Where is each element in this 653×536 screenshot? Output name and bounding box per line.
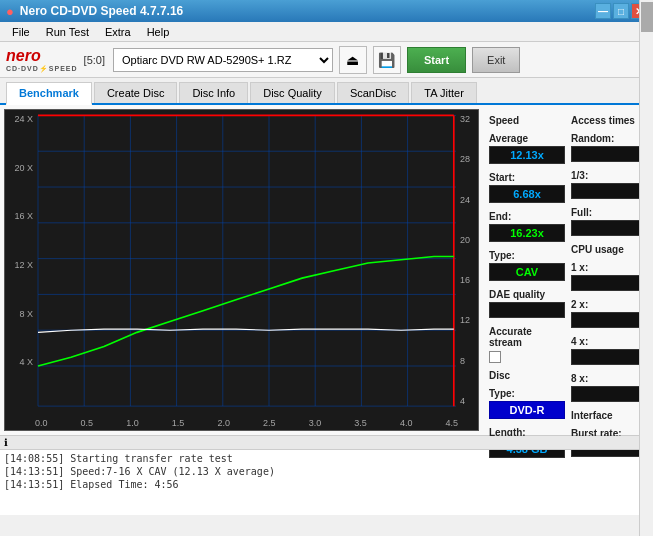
accurate-stream-label: Accurate stream: [489, 326, 565, 348]
nero-subtitle: CD·DVD⚡SPEED: [6, 65, 78, 73]
log-line-3: [14:13:51] Elapsed Time: 4:56: [4, 478, 649, 491]
log-scrollbar[interactable]: [639, 450, 653, 515]
log-area: ℹ ▲ [14:08:55] Starting transfer rate te…: [0, 435, 653, 515]
tab-disc-quality[interactable]: Disc Quality: [250, 82, 335, 103]
start-label: Start:: [489, 172, 565, 183]
title-bar: ● Nero CD-DVD Speed 4.7.7.16 — □ ✕: [0, 0, 653, 22]
x-label-1.5: 1.5: [172, 418, 185, 428]
type-value: CAV: [489, 263, 565, 281]
right-panel: Speed Average 12.13x Start: 6.68x End: 1…: [483, 105, 653, 435]
x-label-3.5: 3.5: [354, 418, 367, 428]
menu-run-test[interactable]: Run Test: [38, 24, 97, 40]
x-label-0.0: 0.0: [35, 418, 48, 428]
random-value-box: [571, 146, 647, 162]
cpu-2x-value-box: [571, 312, 647, 328]
x-label-2.0: 2.0: [217, 418, 230, 428]
disc-type-value: DVD-R: [489, 401, 565, 419]
start-button[interactable]: Start: [407, 47, 466, 73]
title-bar-text: Nero CD-DVD Speed 4.7.7.16: [20, 4, 183, 18]
save-icon[interactable]: 💾: [373, 46, 401, 74]
tab-create-disc[interactable]: Create Disc: [94, 82, 177, 103]
cpu-1x-value-box: [571, 275, 647, 291]
x-label-0.5: 0.5: [81, 418, 94, 428]
end-label: End:: [489, 211, 565, 222]
x-label-4.5: 4.5: [445, 418, 458, 428]
accurate-stream-checkbox-area: [489, 351, 565, 363]
log-header-icon: ℹ: [4, 437, 8, 448]
x-label-1.0: 1.0: [126, 418, 139, 428]
dae-quality-label: DAE quality: [489, 289, 565, 300]
drive-label: [5:0]: [84, 54, 105, 66]
cpu-1x-label: 1 x:: [571, 262, 647, 273]
tab-bar: Benchmark Create Disc Disc Info Disc Qua…: [0, 78, 653, 105]
cpu-4x-label: 4 x:: [571, 336, 647, 347]
cpu-usage-label: CPU usage: [571, 244, 647, 255]
eject-icon[interactable]: ⏏: [339, 46, 367, 74]
start-value: 6.68x: [489, 185, 565, 203]
main-content: 24 X 20 X 16 X 12 X 8 X 4 X 32 28 24 20 …: [0, 105, 653, 435]
interface-label: Interface: [571, 410, 647, 421]
cpu-8x-value-box: [571, 386, 647, 402]
one-third-label: 1/3:: [571, 170, 647, 181]
nero-logo: nero: [6, 47, 41, 65]
accurate-stream-checkbox[interactable]: [489, 351, 501, 363]
full-label: Full:: [571, 207, 647, 218]
average-label: Average: [489, 133, 565, 144]
menu-file[interactable]: File: [4, 24, 38, 40]
access-times-label: Access times: [571, 115, 647, 126]
log-header: ℹ ▲: [0, 436, 653, 450]
x-label-3.0: 3.0: [309, 418, 322, 428]
log-line-2: [14:13:51] Speed:7-16 X CAV (12.13 X ave…: [4, 465, 649, 478]
log-line-1: [14:08:55] Starting transfer rate test: [4, 452, 649, 465]
tab-ta-jitter[interactable]: TA Jitter: [411, 82, 477, 103]
chart-svg: [5, 110, 478, 430]
random-label: Random:: [571, 133, 647, 144]
full-value-box: [571, 220, 647, 236]
menu-bar: File Run Test Extra Help: [0, 22, 653, 42]
log-content: [14:08:55] Starting transfer rate test […: [0, 450, 653, 515]
tab-scandisc[interactable]: ScanDisc: [337, 82, 409, 103]
app-icon: ●: [6, 4, 14, 19]
speed-label: Speed: [489, 115, 565, 126]
cpu-2x-label: 2 x:: [571, 299, 647, 310]
disc-section-label: Disc: [489, 370, 565, 381]
average-value: 12.13x: [489, 146, 565, 164]
cpu-8x-label: 8 x:: [571, 373, 647, 384]
x-label-4.0: 4.0: [400, 418, 413, 428]
cpu-4x-value-box: [571, 349, 647, 365]
exit-button[interactable]: Exit: [472, 47, 520, 73]
chart-area: 24 X 20 X 16 X 12 X 8 X 4 X 32 28 24 20 …: [4, 109, 479, 431]
menu-help[interactable]: Help: [139, 24, 178, 40]
maximize-button[interactable]: □: [613, 3, 629, 19]
tab-disc-info[interactable]: Disc Info: [179, 82, 248, 103]
x-axis: 0.0 0.5 1.0 1.5 2.0 2.5 3.0 3.5 4.0 4.5: [35, 418, 458, 428]
drive-selector[interactable]: Optiarc DVD RW AD-5290S+ 1.RZ: [113, 48, 333, 72]
menu-extra[interactable]: Extra: [97, 24, 139, 40]
disc-type-label: Type:: [489, 388, 565, 399]
end-value: 16.23x: [489, 224, 565, 242]
nero-logo-area: nero CD·DVD⚡SPEED: [6, 47, 78, 73]
x-label-2.5: 2.5: [263, 418, 276, 428]
minimize-button[interactable]: —: [595, 3, 611, 19]
one-third-value-box: [571, 183, 647, 199]
stats-left-column: Speed Average 12.13x Start: 6.68x End: 1…: [489, 109, 565, 459]
stats-right-column: Access times Random: 1/3: Full: CPU usag…: [571, 109, 647, 459]
toolbar: nero CD·DVD⚡SPEED [5:0] Optiarc DVD RW A…: [0, 42, 653, 78]
type-label: Type:: [489, 250, 565, 261]
tab-benchmark[interactable]: Benchmark: [6, 82, 92, 105]
